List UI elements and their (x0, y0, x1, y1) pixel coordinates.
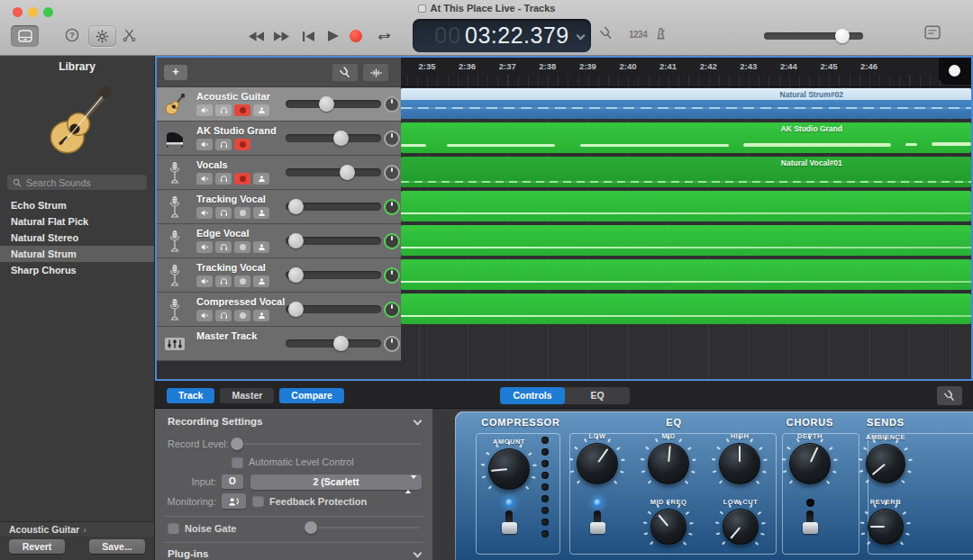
mute-button[interactable] (196, 275, 213, 287)
record-level-knob[interactable] (231, 438, 243, 450)
lcd-display[interactable]: 00 03:22.379 (413, 19, 591, 52)
input-monitoring-button[interactable] (253, 275, 269, 287)
tab-compare[interactable]: Compare (279, 388, 344, 403)
tab-master[interactable]: Master (220, 388, 274, 403)
knob-reverb[interactable] (868, 509, 904, 545)
library-toggle-button[interactable] (11, 25, 39, 47)
region-clip[interactable] (401, 294, 971, 324)
tuner-button-bottom[interactable] (937, 386, 962, 405)
library-item[interactable]: Echo Strum (0, 197, 154, 213)
library-item[interactable]: Natural Strum (0, 246, 154, 262)
notepads-button[interactable] (924, 25, 941, 40)
solo-button[interactable] (215, 310, 232, 321)
plugins-chevron-icon[interactable] (414, 549, 423, 558)
feedback-protection-checkbox[interactable] (252, 495, 264, 507)
tab-controls[interactable]: Controls (500, 387, 565, 404)
track-pan-knob[interactable] (384, 267, 400, 284)
record-enable-button[interactable] (234, 104, 250, 116)
time-ruler[interactable]: 2:352:362:372:382:392:402:412:422:432:44… (401, 58, 971, 87)
noise-gate-track[interactable] (318, 527, 422, 528)
power-switch[interactable] (590, 510, 605, 534)
tab-track[interactable]: Track (167, 388, 214, 403)
catch-playhead-button[interactable] (363, 64, 388, 81)
knob-low[interactable] (577, 443, 618, 484)
master-volume-slider[interactable] (764, 32, 863, 40)
plugins-header[interactable]: Plug-ins (168, 548, 208, 559)
track-volume-slider[interactable] (286, 203, 381, 211)
noise-gate-checkbox[interactable] (168, 522, 179, 534)
track-volume-knob[interactable] (288, 233, 304, 248)
track-volume-slider[interactable] (286, 168, 381, 176)
track-header-row[interactable]: Acoustic Guitar (157, 87, 401, 122)
record-button[interactable] (350, 30, 362, 42)
track-pan-knob[interactable] (384, 165, 400, 181)
track-volume-knob[interactable] (319, 96, 334, 112)
tuner-button[interactable] (600, 26, 614, 41)
cycle-button[interactable] (373, 28, 395, 44)
mute-button[interactable] (196, 104, 213, 116)
region-clip[interactable] (401, 191, 971, 221)
noise-gate-knob[interactable] (305, 521, 317, 534)
mute-button[interactable] (196, 139, 213, 150)
rewind-button[interactable] (245, 28, 267, 44)
breadcrumb[interactable]: Acoustic Guitar› (0, 521, 154, 537)
solo-button[interactable] (215, 241, 232, 253)
smart-controls-button[interactable] (88, 25, 116, 47)
lcd-chevron-down-icon[interactable] (577, 32, 586, 41)
record-level-track[interactable] (243, 443, 422, 445)
power-switch[interactable] (502, 510, 517, 534)
region-clip[interactable] (401, 259, 971, 290)
track-volume-slider[interactable] (286, 305, 381, 313)
input-source-dropdown[interactable]: 2 (Scarlett (250, 474, 422, 490)
library-item[interactable]: Natural Flat Pick (0, 213, 154, 230)
mute-button[interactable] (196, 241, 213, 253)
input-monitoring-button[interactable] (253, 241, 269, 253)
mute-button[interactable] (196, 207, 213, 219)
revert-button[interactable]: Revert (9, 539, 65, 554)
track-header-row[interactable]: Tracking Vocal (157, 190, 401, 224)
track-header-row[interactable]: Tracking Vocal (157, 258, 401, 293)
track-header-row[interactable]: Edge Vocal (157, 224, 401, 258)
region-clip[interactable]: Natural Vocal#01 (401, 157, 971, 187)
input-monitoring-button[interactable] (253, 207, 269, 219)
help-button[interactable]: ? (65, 28, 79, 42)
track-volume-slider[interactable] (286, 237, 381, 245)
mute-button[interactable] (196, 173, 213, 185)
track-volume-slider[interactable] (286, 271, 381, 279)
input-monitoring-button[interactable] (253, 310, 269, 321)
mute-button[interactable] (196, 310, 213, 321)
library-item[interactable]: Natural Stereo (0, 230, 154, 246)
recording-settings-header[interactable]: Recording Settings (168, 416, 262, 427)
track-pan-knob[interactable] (384, 233, 400, 249)
add-track-button[interactable]: + (164, 65, 187, 80)
track-volume-knob[interactable] (333, 336, 349, 351)
solo-button[interactable] (215, 104, 232, 116)
track-volume-slider[interactable] (286, 100, 381, 108)
solo-button[interactable] (215, 275, 232, 287)
track-header-row[interactable]: Vocals (157, 156, 401, 190)
monitoring-button[interactable] (222, 493, 246, 509)
solo-button[interactable] (215, 139, 232, 150)
solo-button[interactable] (215, 173, 232, 185)
library-item[interactable]: Sharp Chorus (0, 262, 154, 278)
track-pan-knob[interactable] (384, 131, 400, 147)
region-clip[interactable]: Natural Strum#02 (401, 88, 971, 119)
knob-mid[interactable] (648, 443, 689, 484)
knob-amount[interactable] (488, 448, 530, 490)
save-button[interactable]: Save... (89, 539, 145, 554)
track-pan-knob[interactable] (384, 199, 400, 215)
track-volume-knob[interactable] (340, 165, 355, 180)
forward-button[interactable] (270, 28, 292, 44)
record-enable-button[interactable] (234, 275, 250, 287)
track-header-row[interactable]: AK Studio Grand (157, 122, 401, 156)
metronome-button[interactable] (654, 26, 668, 41)
track-volume-knob[interactable] (288, 267, 304, 283)
knob-high[interactable] (719, 443, 760, 484)
knob-ambience[interactable] (866, 444, 905, 483)
record-enable-button[interactable] (234, 207, 250, 219)
search-input[interactable]: Search Sounds (7, 175, 147, 190)
master-volume-knob[interactable] (835, 29, 850, 43)
tab-eq[interactable]: EQ (565, 387, 630, 404)
record-enable-button[interactable] (234, 310, 250, 321)
track-pan-knob[interactable] (384, 336, 400, 352)
